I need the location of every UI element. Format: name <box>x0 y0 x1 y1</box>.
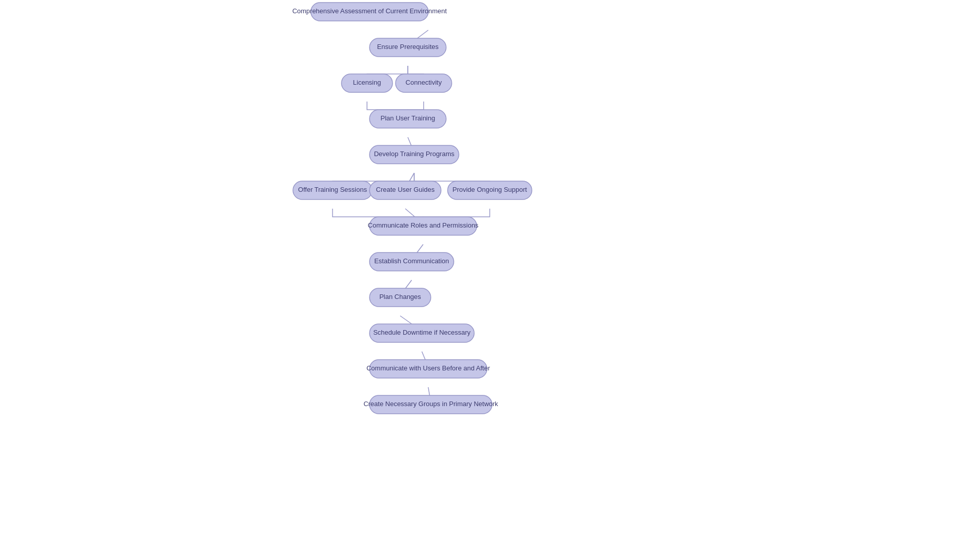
diagram-container: Comprehensive Assessment of Current Envi… <box>0 0 980 551</box>
node-establish-communication-label: Establish Communication <box>374 257 449 265</box>
node-provide-ongoing-support-label: Provide Ongoing Support <box>453 186 527 193</box>
node-communicate-users-label: Communicate with Users Before and After <box>366 364 491 372</box>
node-create-user-guides-label: Create User Guides <box>376 186 435 193</box>
node-develop-training-programs-label: Develop Training Programs <box>374 150 455 158</box>
node-offer-training-sessions-label: Offer Training Sessions <box>298 186 367 193</box>
node-connectivity-label: Connectivity <box>406 79 442 86</box>
node-create-groups-label: Create Necessary Groups in Primary Netwo… <box>363 400 498 408</box>
node-plan-user-training-label: Plan User Training <box>381 114 435 122</box>
node-licensing-label: Licensing <box>353 79 381 86</box>
node-plan-changes-label: Plan Changes <box>379 293 421 300</box>
node-comprehensive-assessment-label: Comprehensive Assessment of Current Envi… <box>292 7 447 15</box>
node-ensure-prerequisites-label: Ensure Prerequisites <box>377 43 439 51</box>
node-schedule-downtime-label: Schedule Downtime if Necessary <box>373 329 471 336</box>
node-communicate-roles-label: Communicate Roles and Permissions <box>368 221 479 229</box>
